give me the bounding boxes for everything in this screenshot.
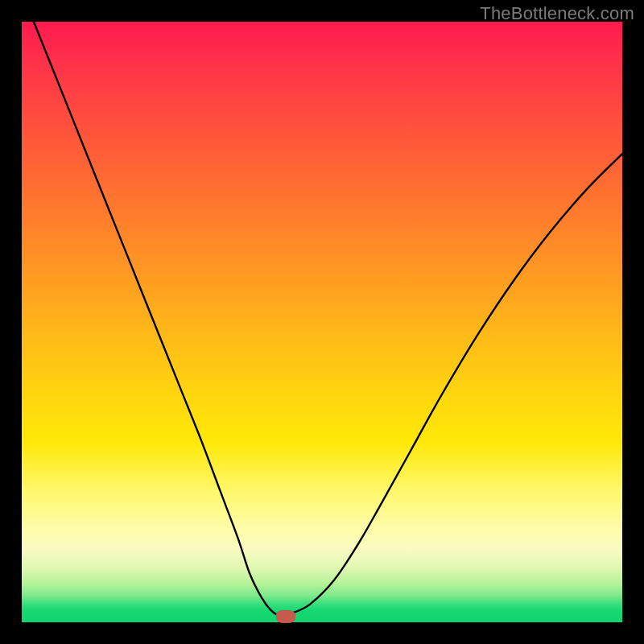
- chart-frame: TheBottleneck.com: [0, 0, 644, 644]
- bottleneck-curve: [34, 22, 622, 617]
- curve-layer: [22, 22, 622, 622]
- plot-area: [22, 22, 622, 622]
- minimum-marker: [276, 610, 295, 623]
